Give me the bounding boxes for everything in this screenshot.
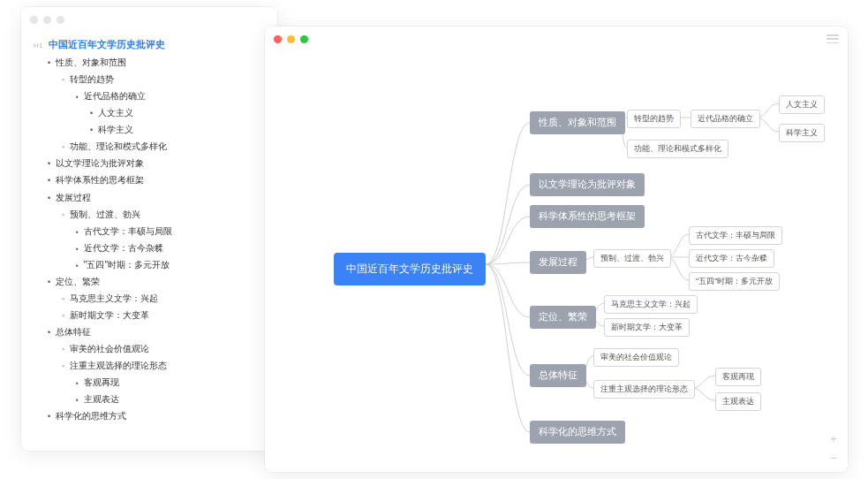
traffic-light-dot bbox=[30, 16, 38, 24]
outline-title[interactable]: 中国近百年文学历史批评史 bbox=[49, 35, 165, 54]
outline-body[interactable]: H1 中国近百年文学历史批评史 性质、对象和范围转型的趋势近代品格的确立人文主义… bbox=[21, 32, 277, 433]
outline-title-row[interactable]: H1 中国近百年文学历史批评史 bbox=[34, 35, 265, 54]
outline-item[interactable]: 科学化的思维方式 bbox=[48, 407, 265, 424]
minimize-dot[interactable] bbox=[287, 35, 295, 43]
mindmap-child-node[interactable]: 科学主义 bbox=[779, 124, 825, 142]
mindmap-branch-node[interactable]: 以文学理论为批评对象 bbox=[530, 173, 645, 196]
outline-item[interactable]: 科学体系性的思考框架 bbox=[48, 171, 265, 188]
outline-item[interactable]: "五四"时期：多元开放 bbox=[76, 256, 265, 273]
outline-item-label: 定位、繁荣 bbox=[56, 277, 100, 286]
outline-item[interactable]: 转型的趋势近代品格的确立人文主义科学主义 bbox=[62, 71, 265, 138]
zoom-out-button[interactable]: − bbox=[826, 451, 841, 465]
outline-item-label: 古代文学：丰硕与局限 bbox=[84, 226, 172, 236]
mindmap-canvas[interactable]: 中国近百年文学历史批评史 性质、对象和范围转型的趋势近代品格的确立人文主义科学主… bbox=[265, 51, 848, 472]
outline-item-label: 性质、对象和范围 bbox=[56, 57, 126, 67]
mindmap-child-node[interactable]: 注重主观选择的理论形态 bbox=[593, 380, 695, 399]
outline-item[interactable]: 古代文学：丰硕与局限 bbox=[76, 223, 265, 240]
outline-item[interactable]: 预制、过渡、勃兴古代文学：丰硕与局限近代文学：古今杂糅"五四"时期：多元开放 bbox=[62, 206, 265, 273]
outline-titlebar bbox=[21, 7, 277, 32]
outline-item-label: 发展过程 bbox=[56, 193, 91, 202]
traffic-light-dot bbox=[43, 16, 51, 24]
outline-item-label: 功能、理论和模式多样化 bbox=[70, 141, 167, 151]
outline-item[interactable]: 发展过程预制、过渡、勃兴古代文学：丰硕与局限近代文学：古今杂糅"五四"时期：多元… bbox=[48, 189, 265, 273]
outline-item[interactable]: 新时期文学：大变革 bbox=[62, 307, 265, 323]
mindmap-titlebar bbox=[265, 27, 848, 51]
mindmap-child-node[interactable]: 近代品格的确立 bbox=[691, 110, 760, 128]
outline-item[interactable]: 人文主义 bbox=[90, 104, 265, 121]
outline-item-label: 审美的社会价值观论 bbox=[70, 344, 149, 354]
outline-item-label: 以文学理论为批评对象 bbox=[56, 158, 144, 168]
zoom-controls: + − bbox=[826, 431, 841, 465]
menu-icon[interactable] bbox=[826, 34, 839, 43]
outline-item[interactable]: 客观再现 bbox=[76, 374, 265, 391]
zoom-dot[interactable] bbox=[300, 35, 308, 43]
close-dot[interactable] bbox=[274, 35, 282, 43]
mindmap-child-node[interactable]: 功能、理论和模式多样化 bbox=[627, 140, 728, 158]
traffic-light-dot bbox=[57, 16, 64, 24]
mindmap-child-node[interactable]: 客观再现 bbox=[715, 368, 761, 386]
outline-item-label: 主观表达 bbox=[84, 394, 119, 404]
outline-item[interactable]: 注重主观选择的理论形态客观再现主观表达 bbox=[62, 357, 265, 407]
outline-item[interactable]: 性质、对象和范围转型的趋势近代品格的确立人文主义科学主义功能、理论和模式多样化 bbox=[48, 54, 265, 155]
outline-item-label: 注重主观选择的理论形态 bbox=[70, 361, 167, 370]
mindmap-child-node[interactable]: 审美的社会价值观论 bbox=[593, 348, 679, 367]
mindmap-child-node[interactable]: "五四"时期：多元开放 bbox=[689, 272, 780, 291]
outline-item[interactable]: 总体特征审美的社会价值观论注重主观选择的理论形态客观再现主观表达 bbox=[48, 323, 265, 407]
outline-item[interactable]: 以文学理论为批评对象 bbox=[48, 155, 265, 171]
zoom-in-button[interactable]: + bbox=[826, 431, 841, 445]
mindmap-root-node[interactable]: 中国近百年文学历史批评史 bbox=[334, 253, 486, 285]
outline-tree[interactable]: 性质、对象和范围转型的趋势近代品格的确立人文主义科学主义功能、理论和模式多样化以… bbox=[34, 54, 265, 425]
outline-item-label: 马克思主义文学：兴起 bbox=[70, 293, 158, 303]
outline-item[interactable]: 近代文学：古今杂糅 bbox=[76, 240, 265, 256]
outline-item-label: 近代品格的确立 bbox=[84, 91, 146, 101]
outline-item[interactable]: 功能、理论和模式多样化 bbox=[62, 138, 265, 155]
outline-item-label: 总体特征 bbox=[56, 327, 91, 337]
mindmap-child-node[interactable]: 马克思主义文学：兴起 bbox=[604, 295, 698, 314]
outline-item-label: 人文主义 bbox=[98, 108, 133, 118]
outline-item[interactable]: 主观表达 bbox=[76, 391, 265, 407]
outline-item[interactable]: 定位、繁荣马克思主义文学：兴起新时期文学：大变革 bbox=[48, 273, 265, 323]
outline-item-label: "五四"时期：多元开放 bbox=[84, 260, 170, 270]
mindmap-branch-node[interactable]: 科学体系性的思考框架 bbox=[530, 205, 645, 228]
mindmap-child-node[interactable]: 转型的趋势 bbox=[627, 110, 681, 128]
mindmap-branch-node[interactable]: 性质、对象和范围 bbox=[530, 111, 625, 134]
mindmap-child-node[interactable]: 人文主义 bbox=[779, 95, 825, 114]
outline-item-label: 新时期文学：大变革 bbox=[70, 310, 149, 320]
mindmap-window: 中国近百年文学历史批评史 性质、对象和范围转型的趋势近代品格的确立人文主义科学主… bbox=[265, 27, 848, 472]
mindmap-branch-node[interactable]: 定位、繁荣 bbox=[530, 306, 596, 329]
mindmap-branch-node[interactable]: 发展过程 bbox=[530, 251, 586, 274]
heading-level-label: H1 bbox=[34, 39, 43, 52]
outline-item[interactable]: 马克思主义文学：兴起 bbox=[62, 290, 265, 307]
outline-item-label: 近代文学：古今杂糅 bbox=[84, 243, 163, 253]
outline-item[interactable]: 科学主义 bbox=[90, 121, 265, 138]
outline-item[interactable]: 近代品格的确立人文主义科学主义 bbox=[76, 87, 265, 138]
outline-item-label: 预制、过渡、勃兴 bbox=[70, 209, 140, 219]
outline-item[interactable]: 审美的社会价值观论 bbox=[62, 340, 265, 357]
mindmap-child-node[interactable]: 近代文学：古今杂糅 bbox=[689, 249, 774, 268]
mindmap-branch-node[interactable]: 总体特征 bbox=[530, 364, 586, 387]
outline-item-label: 科学化的思维方式 bbox=[56, 411, 126, 421]
mindmap-child-node[interactable]: 预制、过渡、勃兴 bbox=[593, 249, 671, 268]
mindmap-child-node[interactable]: 主观表达 bbox=[715, 392, 761, 411]
outline-window: H1 中国近百年文学历史批评史 性质、对象和范围转型的趋势近代品格的确立人文主义… bbox=[21, 7, 277, 451]
mindmap-child-node[interactable]: 古代文学：丰硕与局限 bbox=[689, 226, 782, 245]
mindmap-child-node[interactable]: 新时期文学：大变革 bbox=[604, 318, 690, 337]
outline-item-label: 客观再现 bbox=[84, 377, 119, 387]
outline-item-label: 科学体系性的思考框架 bbox=[56, 175, 144, 185]
outline-item-label: 科学主义 bbox=[98, 125, 133, 134]
mindmap-branch-node[interactable]: 科学化的思维方式 bbox=[530, 421, 625, 444]
outline-item-label: 转型的趋势 bbox=[70, 74, 114, 84]
